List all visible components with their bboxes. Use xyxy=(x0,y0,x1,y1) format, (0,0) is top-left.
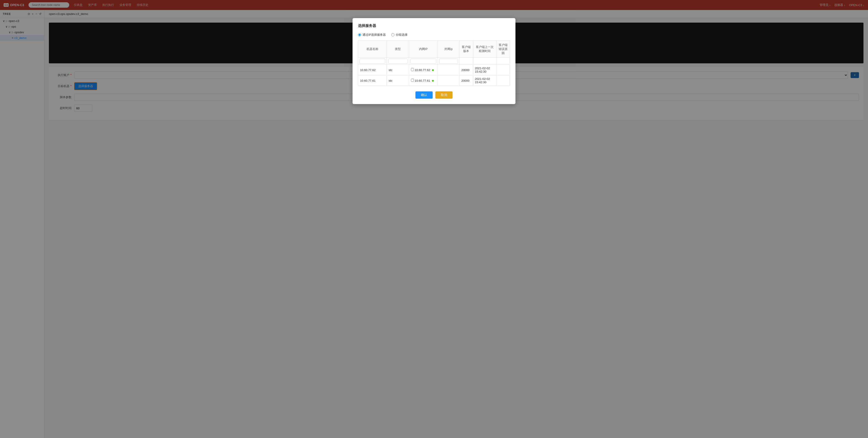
radio-by-ip[interactable]: 通过IP选择服务器 xyxy=(358,33,386,37)
cell-error-2 xyxy=(496,75,510,86)
modal-overlay: 选择服务器 通过IP选择服务器 分组选择 机器名称 类型 内网IP 外网ip 客… xyxy=(0,0,868,438)
radio-group: 通过IP选择服务器 分组选择 xyxy=(358,33,510,37)
cell-type-1: idc xyxy=(387,65,409,75)
filter-inner-ip-input[interactable] xyxy=(410,59,436,64)
col-type: 类型 xyxy=(387,41,409,58)
cell-type-2: idc xyxy=(387,75,409,86)
filter-outer-ip-input[interactable] xyxy=(439,59,458,64)
cell-outer-ip-1 xyxy=(438,65,459,75)
cell-name-2: 10.60.77.61 xyxy=(358,75,387,86)
radio-group-label: 分组选择 xyxy=(396,33,407,37)
status-dot-2 xyxy=(432,80,434,82)
col-name: 机器名称 xyxy=(358,41,387,58)
filter-name[interactable] xyxy=(358,58,387,65)
status-dot-1 xyxy=(432,69,434,71)
cell-name-1: 10.60.77.62 xyxy=(358,65,387,75)
filter-version xyxy=(459,58,473,65)
server-table: 机器名称 类型 内网IP 外网ip 客户端版本 客户端上一次检测时间 客户端错误… xyxy=(358,40,510,86)
col-error: 客户端错误原因 xyxy=(496,41,510,58)
inner-ip-2: 10.60.77.61 xyxy=(414,79,430,82)
dialog: 选择服务器 通过IP选择服务器 分组选择 机器名称 类型 内网IP 外网ip 客… xyxy=(352,18,516,104)
cell-version-1: 20000 xyxy=(459,65,473,75)
table-header-row: 机器名称 类型 内网IP 外网ip 客户端版本 客户端上一次检测时间 客户端错误… xyxy=(358,41,510,58)
radio-ip-label: 通过IP选择服务器 xyxy=(363,33,386,37)
filter-time xyxy=(473,58,496,65)
filter-outer-ip[interactable] xyxy=(438,58,459,65)
cell-version-2: 20000 xyxy=(459,75,473,86)
cancel-button[interactable]: 取消 xyxy=(435,91,453,99)
cell-outer-ip-2 xyxy=(438,75,459,86)
filter-inner-ip[interactable] xyxy=(409,58,438,65)
row2-checkbox[interactable] xyxy=(411,79,414,82)
filter-type[interactable] xyxy=(387,58,409,65)
filter-name-input[interactable] xyxy=(360,59,385,64)
cell-error-1 xyxy=(496,65,510,75)
table-row: 10.60.77.62 idc 10.60.77.62 20000 2021-0… xyxy=(358,65,510,75)
col-outer-ip: 外网ip xyxy=(438,41,459,58)
cell-inner-ip-2[interactable]: 10.60.77.61 xyxy=(409,75,438,86)
cell-time-2: 2021-02-02 15:42:30 xyxy=(473,75,496,86)
confirm-button[interactable]: 确认 xyxy=(415,91,433,99)
inner-ip-1: 10.60.77.62 xyxy=(414,68,430,72)
filter-type-input[interactable] xyxy=(388,59,407,64)
row1-checkbox[interactable] xyxy=(411,68,414,71)
radio-by-group[interactable]: 分组选择 xyxy=(391,33,407,37)
table-row: 10.60.77.61 idc 10.60.77.61 20000 2021-0… xyxy=(358,75,510,86)
cell-time-1: 2021-02-02 15:42:30 xyxy=(473,65,496,75)
radio-group-input[interactable] xyxy=(391,33,394,36)
filter-row xyxy=(358,58,510,65)
cell-inner-ip-1[interactable]: 10.60.77.62 xyxy=(409,65,438,75)
radio-ip-input[interactable] xyxy=(358,33,361,36)
col-last-check: 客户端上一次检测时间 xyxy=(473,41,496,58)
col-inner-ip: 内网IP xyxy=(409,41,438,58)
filter-error xyxy=(496,58,510,65)
col-client-version: 客户端版本 xyxy=(459,41,473,58)
dialog-title: 选择服务器 xyxy=(358,24,510,28)
dialog-footer: 确认 取消 xyxy=(358,91,510,99)
